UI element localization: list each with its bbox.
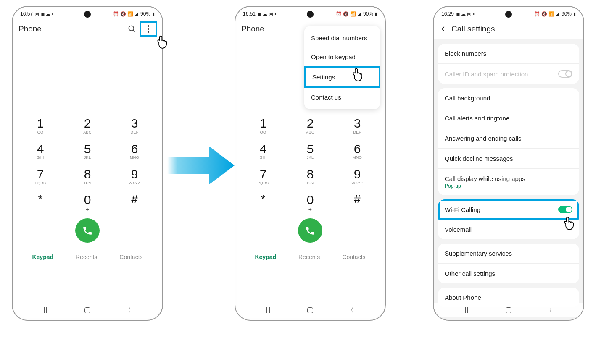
more-button[interactable] <box>140 21 157 37</box>
phone-screen-2: 16:51 ▣ ☁ ⋈ • ⏰ 🔇 📶 ◢ 90% ▮ Phone Speed … <box>235 6 386 321</box>
row-block-numbers[interactable]: Block numbers <box>438 44 579 64</box>
call-button[interactable] <box>75 218 100 243</box>
android-nav-bar: 〈 <box>434 303 583 317</box>
phone-screen-1: 16:57 ⋈ ▣ ☁ • ⏰ 🔇 📶 ◢ 90% ▮ Phone 1QO 2A… <box>12 6 163 321</box>
settings-title: Call settings <box>447 24 495 34</box>
call-button[interactable] <box>298 218 322 243</box>
tab-keypad[interactable]: Keypad <box>30 250 55 264</box>
row-wifi-calling[interactable]: Wi-Fi Calling <box>438 199 579 220</box>
settings-card: Call background Call alerts and ringtone… <box>438 88 579 195</box>
key-4[interactable]: 4GHI <box>249 142 277 160</box>
svg-point-4 <box>148 31 149 33</box>
key-7[interactable]: 7PQRS <box>249 168 277 186</box>
tab-contacts[interactable]: Contacts <box>340 250 367 264</box>
status-icons-right: ⏰ 🔇 📶 ◢ <box>534 12 559 16</box>
settings-card: Wi-Fi Calling Voicemail <box>438 199 579 239</box>
status-icons-right: ⏰ 🔇 📶 ◢ <box>336 12 361 16</box>
camera-cutout <box>84 11 91 18</box>
key-1[interactable]: 1QO <box>249 117 277 135</box>
key-9[interactable]: 9WXYZ <box>120 168 149 186</box>
key-hash[interactable]: # <box>120 193 149 211</box>
svg-point-2 <box>148 25 149 27</box>
android-nav-bar: 〈 <box>235 303 385 317</box>
key-3[interactable]: 3DEF <box>120 117 149 135</box>
camera-cutout <box>307 11 314 18</box>
tab-recents[interactable]: Recents <box>74 250 99 264</box>
settings-header: Call settings <box>434 18 583 39</box>
battery-icon: ▮ <box>152 12 155 16</box>
home-nav-icon[interactable] <box>506 307 511 313</box>
app-title: Phone <box>18 24 124 34</box>
menu-settings[interactable]: Settings <box>304 66 380 88</box>
key-8[interactable]: 8TUV <box>73 168 102 186</box>
key-4[interactable]: 4GHI <box>26 142 55 160</box>
settings-body: Block numbers Caller ID and spam protect… <box>434 39 583 320</box>
key-3[interactable]: 3DEF <box>343 117 372 135</box>
key-0[interactable]: 0+ <box>296 193 324 211</box>
phone-screen-3: 16:29 ▣ ☁ ⋈ • ⏰ 🔇 📶 ◢ 90% ▮ Call setting… <box>433 6 584 321</box>
key-1[interactable]: 1QO <box>26 117 55 135</box>
camera-cutout <box>505 11 512 18</box>
battery-icon: ▮ <box>375 12 377 16</box>
key-2[interactable]: 2ABC <box>296 117 324 135</box>
tap-cursor-icon <box>351 67 366 82</box>
key-9[interactable]: 9WXYZ <box>343 168 372 186</box>
status-icons-right: ⏰ 🔇 📶 ◢ <box>113 12 138 16</box>
key-2[interactable]: 2ABC <box>73 117 102 135</box>
row-call-alerts[interactable]: Call alerts and ringtone <box>438 108 579 128</box>
row-quick-decline[interactable]: Quick decline messages <box>438 149 579 169</box>
overflow-menu: Speed dial numbers Open to keypad Settin… <box>304 26 380 109</box>
row-caller-id[interactable]: Caller ID and spam protection <box>438 64 579 84</box>
key-7[interactable]: 7PQRS <box>26 168 55 186</box>
tab-recents[interactable]: Recents <box>297 250 322 264</box>
wifi-calling-toggle[interactable] <box>558 206 572 213</box>
key-8[interactable]: 8TUV <box>296 168 324 186</box>
status-time: 16:57 <box>20 11 33 17</box>
back-button[interactable] <box>440 25 447 33</box>
home-nav-icon[interactable] <box>84 307 90 313</box>
tap-cursor-icon <box>156 34 171 50</box>
status-icons-left: ▣ ☁ ⋈ • <box>257 12 276 16</box>
status-battery: 90% <box>140 11 150 17</box>
key-5[interactable]: 5JKL <box>296 142 324 160</box>
row-supplementary[interactable]: Supplementary services <box>438 244 579 264</box>
key-6[interactable]: 6MNO <box>343 142 372 160</box>
settings-card: Supplementary services Other call settin… <box>438 244 579 283</box>
key-star[interactable]: * <box>26 193 55 211</box>
svg-point-0 <box>129 26 134 31</box>
row-call-background[interactable]: Call background <box>438 88 579 108</box>
back-nav-icon[interactable]: 〈 <box>347 306 354 315</box>
row-call-display[interactable]: Call display while using apps Pop-up <box>438 169 579 195</box>
home-nav-icon[interactable] <box>307 307 313 313</box>
key-star[interactable]: * <box>249 193 277 211</box>
svg-line-1 <box>133 30 135 32</box>
status-icons-left: ⋈ ▣ ☁ • <box>34 12 53 16</box>
tab-contacts[interactable]: Contacts <box>118 250 144 264</box>
tab-keypad[interactable]: Keypad <box>253 250 278 264</box>
row-other-settings[interactable]: Other call settings <box>438 264 579 283</box>
status-icons-left: ▣ ☁ ⋈ • <box>456 12 475 16</box>
row-voicemail[interactable]: Voicemail <box>438 220 579 239</box>
search-button[interactable] <box>124 21 140 37</box>
key-hash[interactable]: # <box>343 193 372 211</box>
recents-nav-icon[interactable] <box>465 307 472 313</box>
back-nav-icon[interactable]: 〈 <box>546 306 552 315</box>
caller-id-toggle[interactable] <box>558 70 572 78</box>
status-battery: 90% <box>562 11 572 17</box>
menu-contact-us[interactable]: Contact us <box>304 88 380 107</box>
key-0[interactable]: 0+ <box>73 193 102 211</box>
recents-nav-icon[interactable] <box>44 307 50 313</box>
recents-nav-icon[interactable] <box>266 307 273 313</box>
menu-speed-dial[interactable]: Speed dial numbers <box>304 29 380 47</box>
status-time: 16:51 <box>243 11 256 17</box>
battery-icon: ▮ <box>573 12 576 16</box>
menu-open-keypad[interactable]: Open to keypad <box>304 47 380 66</box>
key-6[interactable]: 6MNO <box>120 142 149 160</box>
android-nav-bar: 〈 <box>13 303 162 317</box>
bottom-tabs: Keypad Recents Contacts <box>235 250 385 264</box>
app-header: Phone <box>13 18 162 39</box>
dial-keypad: 1QO 2ABC 3DEF 4GHI 5JKL 6MNO 7PQRS 8TUV … <box>13 117 162 243</box>
back-nav-icon[interactable]: 〈 <box>124 306 131 315</box>
row-answering[interactable]: Answering and ending calls <box>438 128 579 149</box>
key-5[interactable]: 5JKL <box>73 142 102 160</box>
